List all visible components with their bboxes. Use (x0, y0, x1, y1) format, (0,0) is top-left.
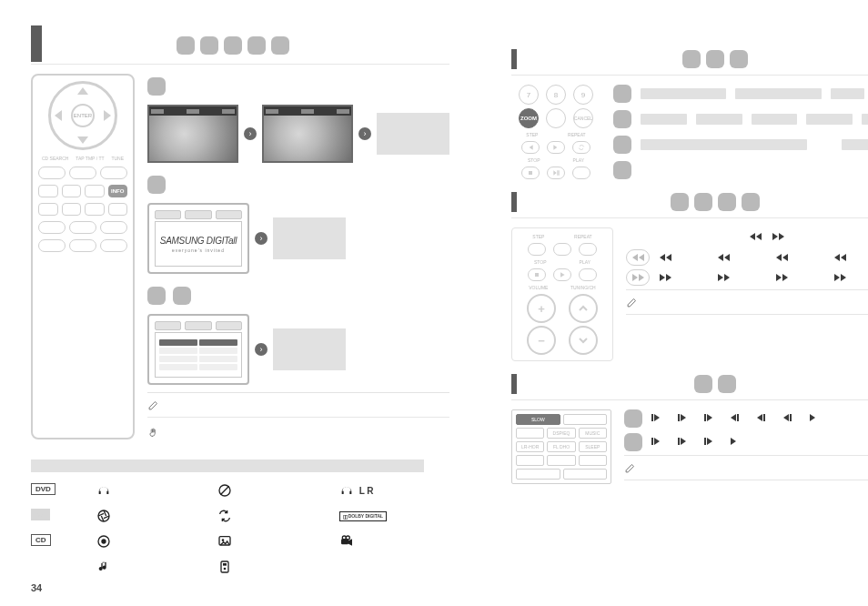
cancel-button: CANCEL (573, 108, 593, 128)
transport-block: STEPREPEAT STOPPLAY VOLUMETUNING/CH + − (511, 227, 868, 361)
sequence-row (626, 269, 868, 286)
camcorder-icon (339, 534, 354, 549)
pencil-note-icon (626, 296, 639, 308)
disc-chip (671, 193, 689, 211)
ch-down-icon (569, 326, 598, 355)
page-right: 7 8 9 ZOOM CANCEL STEPREPEAT (480, 0, 868, 606)
disc-chip (247, 36, 266, 55)
manual-spread: ENTER CD SEARCH TAP TMP / TT TUNE INFO (0, 0, 868, 606)
svg-rect-14 (535, 273, 539, 277)
screen-row-2: SAMSUNG DIGITall everyone's invited › (147, 203, 449, 274)
forward-button-icon (626, 269, 650, 286)
legend-item (217, 509, 328, 523)
legend-item: L R (339, 483, 449, 498)
step-number-icon (147, 176, 166, 194)
pencil-note-icon (147, 399, 160, 411)
note-box (626, 289, 868, 315)
legend-item (339, 534, 449, 549)
repeat-icon (572, 141, 590, 154)
step-number-icon (173, 287, 191, 305)
svg-rect-11 (223, 563, 227, 566)
slow-sequences (624, 409, 868, 484)
music-note-icon (96, 560, 111, 574)
stop-icon (528, 268, 546, 281)
disc-chip (271, 36, 289, 55)
disc-type-badge: CD (31, 534, 51, 546)
screen-row-1: › › (147, 105, 449, 163)
disc-chip (718, 193, 736, 211)
repeat-icon (217, 509, 232, 523)
remote-sublabels: CD SEARCH TAP TMP / TT TUNE (38, 156, 127, 161)
note-line (147, 392, 449, 411)
disc-chip (177, 36, 195, 55)
play-pause-icon (547, 167, 565, 179)
pencil-note-icon (624, 461, 637, 474)
disc-chip (682, 50, 701, 68)
section-heading (511, 49, 868, 69)
step-number-icon (147, 287, 166, 305)
info-button: INFO (108, 185, 128, 197)
result-placeholder (377, 113, 449, 155)
legend-item (217, 560, 328, 574)
disc-chip (706, 50, 724, 68)
section-heading (511, 192, 868, 212)
remote-illustration: ENTER CD SEARCH TAP TMP / TT TUNE INFO (31, 74, 135, 439)
play-icon (553, 268, 571, 281)
steps-column: › › SAMSUNG DIGITall everyone's invited (147, 74, 449, 439)
next-icon (547, 141, 565, 154)
tv-menu-screenshot: SAMSUNG DIGITall everyone's invited (147, 203, 249, 274)
svg-line-1 (221, 486, 229, 494)
key-0 (546, 108, 566, 128)
slow-panel-illustration: SLOW DSP/EQMUSIC LR-HORFL DHOSLEEP (511, 409, 611, 484)
step-back-icon (731, 414, 739, 423)
note-box (624, 455, 868, 480)
step-fwd-icon (651, 414, 660, 423)
disc-chip (742, 193, 760, 211)
play-icon (731, 438, 736, 447)
legend-item (217, 483, 328, 498)
volume-down-icon: − (527, 326, 556, 355)
slow-block: SLOW DSP/EQMUSIC LR-HORFL DHOSLEEP (511, 409, 868, 484)
stop-icon (521, 167, 540, 179)
legend-item (96, 483, 207, 498)
transport-sequences (626, 227, 868, 361)
icon-legend: DVD L R XX (31, 460, 449, 574)
screen-row-3: › (147, 314, 449, 385)
divider (31, 64, 449, 65)
legend-item (96, 509, 207, 523)
result-placeholder (273, 328, 346, 370)
arrow-icon: › (358, 127, 371, 140)
sequence-row (626, 249, 868, 266)
svg-point-4 (101, 539, 106, 543)
disc-chip (730, 50, 748, 68)
legend-item: ▯▯DOLBY DIGITAL (339, 509, 449, 523)
ch-up-icon (569, 294, 598, 323)
keypad-illustration: 7 8 9 ZOOM CANCEL STEPREPEAT (511, 85, 601, 179)
section-marker (31, 25, 42, 62)
disc-chip (224, 36, 242, 55)
rewind-icon (750, 233, 762, 240)
prev-icon (521, 141, 540, 154)
photo-icon (217, 534, 232, 549)
no-icon (217, 483, 232, 498)
zoom-button: ZOOM (519, 108, 539, 128)
svg-point-9 (346, 536, 349, 540)
rewind-button-icon (626, 249, 650, 266)
legend-item (96, 560, 207, 574)
key-9: 9 (573, 85, 593, 105)
tv-screenshot (147, 105, 238, 163)
legend-item (217, 534, 328, 549)
svg-rect-10 (221, 561, 228, 572)
disc-type-badge: DVD (31, 483, 56, 495)
disc-chip (718, 375, 736, 393)
forward-icon (772, 233, 784, 240)
nav-ring: ENTER (48, 81, 117, 150)
transport-illustration: STEPREPEAT STOPPLAY VOLUMETUNING/CH + − (511, 227, 613, 361)
svg-point-2 (98, 510, 109, 521)
disc-chip (694, 375, 712, 393)
legend-heading-bar (31, 460, 424, 472)
lr-text: L R (359, 486, 374, 496)
rewind-forward-header (626, 227, 868, 246)
disc-type-badge: XX (31, 509, 50, 520)
aperture-icon (96, 509, 111, 523)
